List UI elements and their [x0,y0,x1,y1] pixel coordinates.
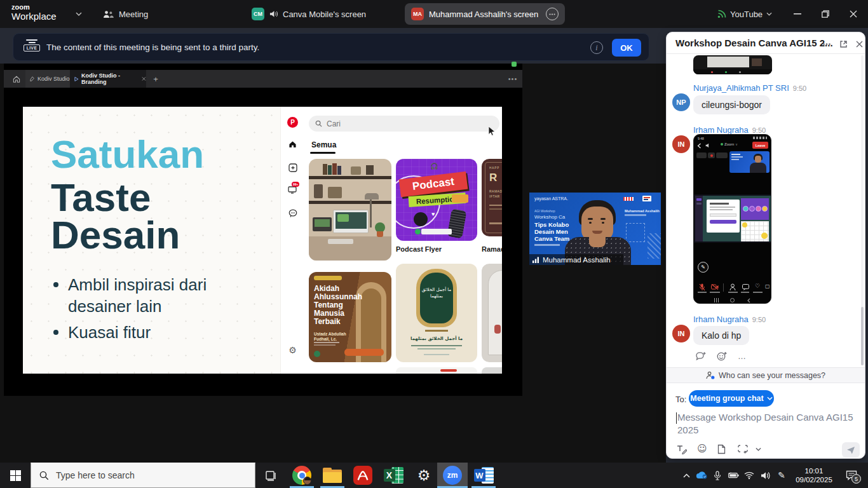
taskbar-search-input[interactable]: Type here to search [31,463,255,488]
phone-tag-2 [708,152,715,158]
pinterest-search-input[interactable]: Cari [309,116,499,132]
pin-arabic-calligraphy[interactable]: ما أجمل الخلائق بمثلهما ما أجمل الخلائق … [396,264,477,362]
chat-message-input[interactable]: Message Workshop Desain Canva AGI15 2025 [677,411,857,437]
clock-date: 09/02/2025 [796,475,832,484]
browser-tab-kodiv-branding[interactable]: Kodiv Studio - Branding [70,70,146,88]
tray-battery-icon[interactable] [726,463,741,488]
tab-muhammad-screen-active[interactable]: MA Muhammad Asshalih's screen [405,3,565,25]
avatar-np[interactable]: NP [672,93,690,111]
arabic-medallion-text: ما أجمل الخلائق بمثلهما [421,287,452,299]
browser-tab-kodiv-studio[interactable]: Kodiv Studio [25,70,70,88]
speaker-video-tile[interactable]: yayasan ASTRA. AGI Workshop Workshop Ca … [529,193,661,265]
tabbar-more-icon[interactable]: ••• [506,70,520,88]
recipient-selector[interactable]: Meeting group chat [689,390,774,407]
add-reaction-icon[interactable] [717,351,728,361]
ramadan-r: R [489,172,497,184]
zoom-workplace-logo[interactable]: zoom Workplace [11,3,57,22]
pin-podcast-label[interactable]: Podcast Flyer [396,245,442,253]
send-button[interactable] [842,442,860,458]
tab-meeting[interactable]: Meeting [103,0,148,28]
avatar-in[interactable]: IN [672,325,690,342]
pin-akidah[interactable]: Akidah Ahlussunnah Tentang Manusia Terba… [309,272,391,362]
bullet-dot-2 [53,330,58,335]
start-button[interactable] [0,463,31,488]
tab-more-options-icon[interactable] [546,8,559,20]
muhammad-avatar: MA [411,8,424,20]
windows-taskbar: Type here to search [0,463,868,488]
tab-close-icon[interactable] [142,76,146,81]
tab-canva-mobiles-screen[interactable]: CM Canva Mobile's screen [252,0,366,28]
taskbar-zoom-icon-active[interactable]: zm [437,463,468,488]
avatar-in[interactable]: IN [672,135,690,153]
pinterest-updates-icon[interactable]: 99+ [288,186,297,194]
taskbar-settings-gear-icon[interactable]: ⚙ [409,463,438,488]
message-actions: … [696,351,747,361]
privacy-bar[interactable]: Who can see your messages? [667,367,865,383]
phone-toolbar: ♡ ▢ [694,282,771,296]
tray-clock[interactable]: 10:01 09/02/2025 [790,463,837,488]
emoji-icon[interactable]: ☺ [697,443,707,454]
logo-zoom-text: zoom [11,3,57,11]
chat-image-phone-screenshot[interactable]: 9:48 Zoom ∨ Leave [693,134,771,304]
pin-podcast-flyer[interactable]: 🎧 Podcast Resumption ♥ [396,159,477,241]
format-icon[interactable] [677,445,687,454]
browser-tab2-label: Kodiv Studio - Branding [81,72,138,85]
taskbar-chrome-icon[interactable] [287,463,316,488]
info-icon[interactable]: i [590,41,603,54]
taskbar-excel-icon[interactable]: X [379,463,408,488]
tray-chevron-up-icon[interactable] [679,463,694,488]
tray-wifi-icon[interactable] [742,463,757,488]
ok-button[interactable]: OK [612,39,641,57]
message-more-icon[interactable]: … [738,351,747,361]
chat-close-icon[interactable] [853,38,865,50]
pinterest-messages-icon[interactable] [288,208,297,217]
minimize-button[interactable] [785,0,810,28]
pin-desk-photo[interactable] [309,159,391,261]
pin-interior[interactable] [482,264,502,362]
phone-speaker-icon [705,143,711,148]
tray-pen-icon[interactable]: ✎ [774,463,789,488]
taskbar-word-icon[interactable]: W [469,463,498,488]
arabic-caption: ما أجمل الخلائق بمثلهما [402,336,471,341]
youtube-label: YouTube [730,10,763,19]
tab-semua[interactable]: Semua [311,140,336,149]
pinterest-create-icon[interactable] [288,163,297,172]
tray-microphone-icon[interactable] [710,463,725,488]
restore-button[interactable] [813,0,838,28]
action-center-button[interactable]: 5 [840,463,863,488]
pinterest-logo-icon[interactable]: P [287,117,298,128]
zoom-workplace-window: zoom Workplace Meeting CM Canva Mobile's… [0,0,868,488]
new-tab-plus-icon[interactable]: + [149,70,163,88]
chat-image-partial[interactable] [693,55,772,74]
youtube-live-control[interactable]: YouTube [717,0,772,28]
akidah-title: Akidah Ahlussunnah Tentang Manusia Terba… [314,285,370,326]
tray-onedrive-icon[interactable] [694,463,709,488]
screenshot-icon[interactable] [738,445,748,454]
pin-ramadan-label[interactable]: Ramada [482,245,502,253]
task-view-button[interactable] [257,463,285,488]
pinterest-home-icon[interactable] [288,140,297,149]
chat-more-icon[interactable] [821,38,832,50]
recipient-label: Meeting group chat [690,394,763,403]
text-caret [676,412,677,424]
home-icon[interactable] [9,70,24,88]
chat-header: Workshop Desain Canva AGI15 2... [667,32,865,54]
phone-status-time: 9:48 [698,137,704,140]
message-sender: Nurjaya_Alhikmah PT SRI9:50 [693,83,806,93]
notification-badge: 5 [851,474,861,484]
chat-title: Workshop Desain Canva AGI15 2... [675,37,833,48]
search-placeholder: Type here to search [56,470,135,480]
chat-popout-icon[interactable] [837,38,849,50]
reply-icon[interactable] [696,351,707,361]
workspace-chevron-down-icon[interactable] [74,9,84,19]
pin-ramadan[interactable]: HAPP R RAMADAN IFTAR [482,159,502,236]
attach-file-icon[interactable] [717,444,726,454]
tray-volume-icon[interactable] [757,463,773,488]
toolbar-chevron-down-icon[interactable] [756,447,761,451]
play-icon [74,76,79,82]
close-button[interactable] [841,0,866,28]
taskbar-acrobat-icon[interactable] [348,463,377,488]
taskbar-explorer-icon[interactable] [318,463,347,488]
pinterest-settings-gear-icon[interactable]: ⚙ [287,344,298,355]
chat-scrollbar-thumb[interactable] [861,307,864,365]
